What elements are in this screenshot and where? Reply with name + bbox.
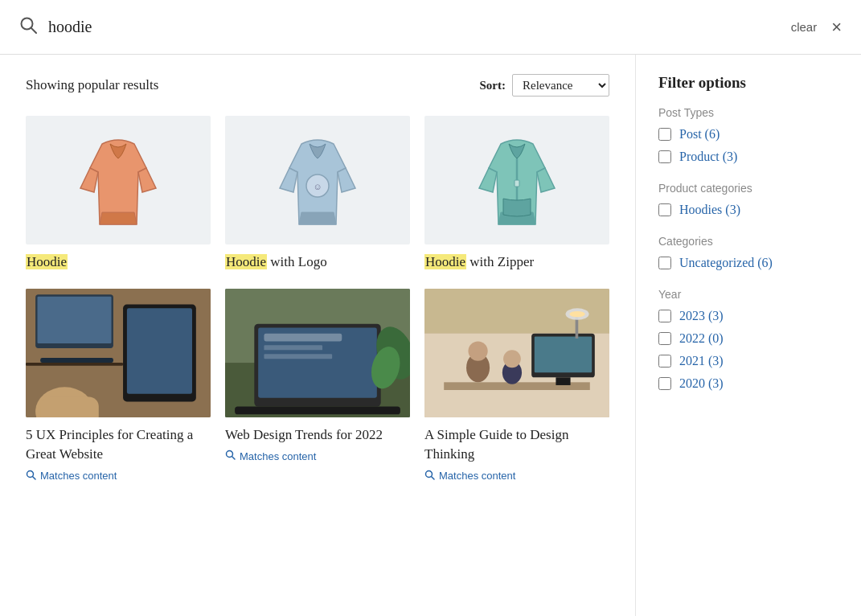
filter-checkbox-2020[interactable] xyxy=(658,377,671,390)
highlight-text: Hoodie xyxy=(225,254,267,269)
filter-item-label[interactable]: Post (6) xyxy=(679,127,720,142)
svg-rect-14 xyxy=(40,396,99,417)
card-title: Web Design Trends for 2022 xyxy=(225,425,410,446)
filter-panel: Filter options Post Types Post (6) Produ… xyxy=(636,55,861,616)
filter-item-label[interactable]: 2020 (3) xyxy=(679,376,724,391)
card-title: Hoodie with Zipper xyxy=(424,253,609,273)
close-button[interactable]: × xyxy=(831,17,842,38)
svg-line-44 xyxy=(432,476,435,479)
filter-item: Uncategorized (6) xyxy=(658,256,838,270)
result-card: ☺ Hoodie with Logo xyxy=(225,116,410,273)
svg-rect-10 xyxy=(26,363,123,366)
filter-checkbox-2021[interactable] xyxy=(658,355,671,368)
result-card: A Simple Guide to Design Thinking Matche… xyxy=(424,289,609,483)
result-card: Hoodie with Zipper xyxy=(424,116,609,273)
filter-item: 2023 (3) xyxy=(658,309,838,323)
filter-item: 2021 (3) xyxy=(658,354,838,368)
filter-title: Filter options xyxy=(658,74,838,92)
filter-checkbox-2022[interactable] xyxy=(658,332,671,345)
matches-search-icon xyxy=(26,470,36,483)
svg-line-16 xyxy=(33,476,36,479)
sort-label: Sort: xyxy=(480,79,506,92)
filter-section-year: Year 2023 (3) 2022 (0) 2021 (3) 2020 (3) xyxy=(658,288,838,391)
card-image: ☺ xyxy=(225,116,410,244)
filter-item: Post (6) xyxy=(658,127,838,142)
matches-content-badge: Matches content xyxy=(424,470,609,483)
search-icon xyxy=(19,16,37,39)
filter-checkbox-hoodies[interactable] xyxy=(658,203,671,216)
filter-item-label[interactable]: Uncategorized (6) xyxy=(679,256,773,270)
clear-button[interactable]: clear xyxy=(791,20,818,34)
results-grid: Hoodie ☺ Hoodie with xyxy=(26,116,609,483)
card-title: A Simple Guide to Design Thinking xyxy=(424,425,609,465)
filter-item-label[interactable]: 2021 (3) xyxy=(679,354,724,368)
svg-rect-35 xyxy=(556,377,570,385)
svg-rect-5 xyxy=(515,180,519,187)
card-image xyxy=(26,116,211,244)
svg-point-37 xyxy=(468,341,487,360)
filter-section-post-types: Post Types Post (6) Product (3) xyxy=(658,106,838,164)
svg-line-1 xyxy=(31,27,37,33)
filter-item-label[interactable]: Hoodies (3) xyxy=(679,203,740,217)
filter-section-label: Year xyxy=(658,288,838,301)
search-bar: clear × xyxy=(0,0,861,55)
result-card: Hoodie xyxy=(26,116,211,273)
card-image xyxy=(225,289,410,417)
matches-search-icon xyxy=(225,450,236,462)
svg-point-42 xyxy=(569,311,584,317)
card-title: Hoodie xyxy=(26,253,211,273)
search-input[interactable] xyxy=(48,18,791,36)
highlight-text: Hoodie xyxy=(424,254,466,269)
filter-item: Hoodies (3) xyxy=(658,203,838,217)
filter-section-label: Post Types xyxy=(658,106,838,119)
filter-item-label[interactable]: 2023 (3) xyxy=(679,309,724,323)
svg-rect-21 xyxy=(264,333,342,341)
showing-popular-text: Showing popular results xyxy=(26,77,158,93)
main-layout: Showing popular results Sort: Relevance … xyxy=(0,55,861,616)
svg-line-28 xyxy=(232,457,236,460)
svg-rect-34 xyxy=(535,336,592,372)
filter-item: 2022 (0) xyxy=(658,331,838,346)
filter-item: Product (3) xyxy=(658,150,838,164)
filter-section-label: Categories xyxy=(658,235,838,248)
svg-rect-12 xyxy=(127,308,192,394)
filter-section-label: Product categories xyxy=(658,182,838,195)
svg-rect-22 xyxy=(264,345,322,350)
svg-rect-24 xyxy=(235,406,400,414)
filter-checkbox-2023[interactable] xyxy=(658,310,671,322)
filter-checkbox-product[interactable] xyxy=(658,150,671,163)
matches-content-badge: Matches content xyxy=(225,450,410,462)
card-image xyxy=(26,289,211,417)
svg-rect-23 xyxy=(264,354,332,359)
filter-item-label[interactable]: Product (3) xyxy=(679,150,737,164)
svg-rect-9 xyxy=(40,358,113,363)
svg-rect-8 xyxy=(38,296,112,343)
sort-select[interactable]: Relevance Date Popularity xyxy=(512,74,609,97)
filter-checkbox-post[interactable] xyxy=(658,128,671,141)
card-image xyxy=(424,289,609,417)
matches-search-icon xyxy=(424,470,435,483)
card-image xyxy=(424,116,609,244)
results-area: Showing popular results Sort: Relevance … xyxy=(0,55,636,616)
filter-item: 2020 (3) xyxy=(658,376,838,391)
highlight-text: Hoodie xyxy=(26,254,68,269)
filter-checkbox-uncategorized[interactable] xyxy=(658,257,671,269)
filter-section-categories: Categories Uncategorized (6) xyxy=(658,235,838,270)
card-title: 5 UX Principles for Creating a Great Web… xyxy=(26,425,211,465)
svg-text:☺: ☺ xyxy=(313,182,322,191)
filter-section-product-categories: Product categories Hoodies (3) xyxy=(658,182,838,217)
result-card: 5 UX Principles for Creating a Great Web… xyxy=(26,289,211,483)
filter-item-label[interactable]: 2022 (0) xyxy=(679,331,724,346)
card-title: Hoodie with Logo xyxy=(225,253,410,273)
svg-point-39 xyxy=(503,350,521,368)
result-card: Web Design Trends for 2022 Matches conte… xyxy=(225,289,410,483)
matches-content-badge: Matches content xyxy=(26,470,211,483)
results-header: Showing popular results Sort: Relevance … xyxy=(26,74,609,97)
